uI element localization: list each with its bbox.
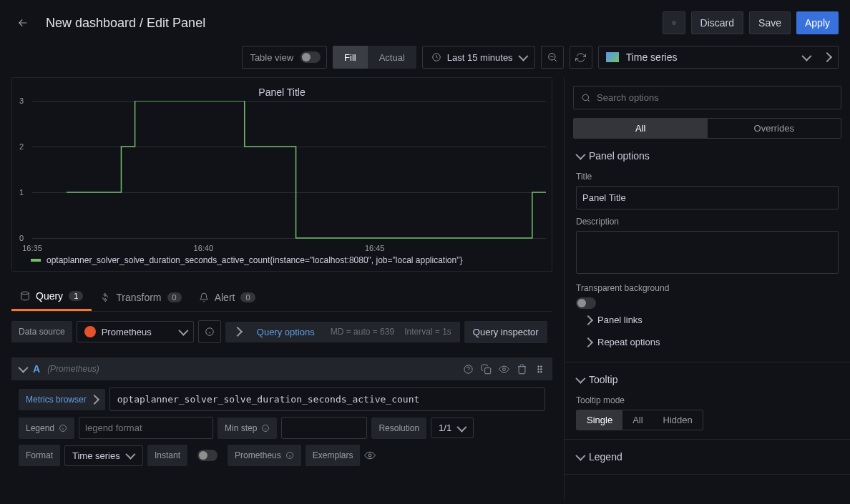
eye-icon[interactable] bbox=[364, 450, 376, 461]
datasource-help-button[interactable] bbox=[198, 320, 221, 343]
query-options-toggle[interactable]: Query options bbox=[251, 327, 321, 337]
database-icon bbox=[20, 291, 30, 301]
fill-actual-toggle: Fill Actual bbox=[333, 46, 416, 69]
tooltip-hidden[interactable]: Hidden bbox=[653, 410, 703, 430]
instant-toggle[interactable] bbox=[197, 450, 218, 461]
query-count-badge: 1 bbox=[69, 291, 83, 301]
back-button[interactable] bbox=[11, 11, 34, 34]
info-icon[interactable] bbox=[285, 451, 294, 460]
options-search[interactable] bbox=[573, 86, 841, 109]
chart-legend[interactable]: optaplanner_solver_solve_duration_second… bbox=[18, 255, 546, 265]
svg-point-18 bbox=[582, 94, 588, 100]
settings-button[interactable] bbox=[663, 11, 685, 34]
svg-point-5 bbox=[464, 365, 472, 372]
title-input[interactable] bbox=[576, 186, 839, 209]
tab-all[interactable]: All bbox=[574, 119, 708, 138]
copy-icon[interactable] bbox=[481, 364, 492, 375]
query-source: (Prometheus) bbox=[47, 364, 99, 374]
tooltip-all[interactable]: All bbox=[622, 410, 653, 430]
help-icon[interactable] bbox=[463, 364, 474, 375]
query-inspector-button[interactable]: Query inspector bbox=[464, 321, 547, 343]
chevron-down-icon bbox=[457, 422, 467, 432]
query-row-a: A (Prometheus) Metrics browser bbox=[11, 357, 552, 473]
legend-label: Legend bbox=[19, 417, 74, 439]
drag-handle-icon[interactable] bbox=[534, 364, 545, 375]
legend-color-icon bbox=[31, 259, 41, 262]
prometheus-icon bbox=[84, 326, 96, 337]
panel-links-toggle[interactable]: Panel links bbox=[576, 309, 839, 331]
chevron-right-icon bbox=[583, 337, 593, 347]
query-expression-input[interactable] bbox=[109, 387, 545, 411]
format-label: Format bbox=[19, 445, 60, 466]
chevron-down-icon bbox=[518, 51, 528, 61]
search-icon bbox=[581, 93, 591, 103]
datasource-label: Data source bbox=[11, 321, 72, 342]
datasource-select[interactable]: Prometheus bbox=[77, 321, 194, 342]
svg-rect-6 bbox=[485, 367, 491, 373]
chevron-down-icon bbox=[801, 51, 811, 61]
gear-icon bbox=[672, 17, 676, 29]
trash-icon[interactable] bbox=[517, 364, 527, 375]
section-tooltip[interactable]: Tooltip bbox=[576, 371, 839, 388]
panel-preview: Panel Title 012316:3516:4016:45 optaplan… bbox=[11, 77, 552, 272]
md-hint: MD = auto = 639 bbox=[331, 327, 394, 337]
info-icon bbox=[205, 327, 215, 337]
chart[interactable]: 012316:3516:4016:45 bbox=[18, 101, 546, 251]
query-letter: A bbox=[33, 363, 40, 375]
tab-transform[interactable]: Transform 0 bbox=[92, 283, 190, 311]
tab-overrides[interactable]: Overrides bbox=[708, 119, 841, 138]
time-range-picker[interactable]: Last 15 minutes bbox=[422, 46, 535, 69]
table-view-toggle[interactable]: Table view bbox=[242, 46, 327, 69]
visualization-label: Time series bbox=[626, 51, 678, 63]
transparent-toggle[interactable] bbox=[576, 297, 596, 309]
zoom-out-button[interactable] bbox=[541, 46, 564, 69]
exemplars-label: Exemplars bbox=[306, 445, 361, 466]
section-legend[interactable]: Legend bbox=[576, 448, 839, 465]
tab-alert[interactable]: Alert 0 bbox=[190, 283, 264, 311]
minstep-input[interactable] bbox=[281, 417, 367, 439]
actual-tab[interactable]: Actual bbox=[368, 46, 416, 69]
refresh-button[interactable] bbox=[570, 46, 592, 69]
time-range-label: Last 15 minutes bbox=[447, 52, 513, 63]
minstep-label: Min step bbox=[218, 417, 277, 439]
instant-label: Instant bbox=[147, 445, 187, 466]
apply-button[interactable]: Apply bbox=[796, 11, 839, 34]
visualization-picker[interactable]: Time series bbox=[598, 46, 839, 69]
svg-point-8 bbox=[538, 365, 539, 367]
description-input[interactable] bbox=[576, 231, 839, 274]
eye-icon[interactable] bbox=[499, 364, 509, 375]
options-search-input[interactable] bbox=[597, 92, 834, 103]
svg-point-17 bbox=[368, 454, 371, 457]
resolution-label: Resolution bbox=[371, 417, 426, 439]
chevron-right-icon bbox=[822, 52, 832, 62]
tab-query[interactable]: Query 1 bbox=[11, 283, 92, 311]
chevron-down-icon bbox=[575, 374, 585, 384]
collapse-icon[interactable] bbox=[18, 363, 28, 373]
legend-input[interactable] bbox=[79, 417, 213, 439]
save-button[interactable]: Save bbox=[749, 11, 791, 34]
chevron-right-icon bbox=[89, 394, 99, 404]
svg-point-9 bbox=[540, 365, 542, 367]
fill-tab[interactable]: Fill bbox=[333, 46, 368, 69]
tooltip-single[interactable]: Single bbox=[577, 410, 622, 430]
repeat-options-toggle[interactable]: Repeat options bbox=[576, 331, 839, 353]
format-select[interactable]: Time series bbox=[64, 445, 143, 466]
resolution-select[interactable]: 1/1 bbox=[431, 417, 474, 438]
svg-point-3 bbox=[21, 292, 29, 295]
svg-point-0 bbox=[673, 22, 675, 24]
breadcrumb: New dashboard / Edit Panel bbox=[46, 16, 205, 31]
section-panel-options[interactable]: Panel options bbox=[576, 147, 839, 164]
discard-button[interactable]: Discard bbox=[691, 11, 743, 34]
svg-point-12 bbox=[538, 371, 539, 372]
prometheus-label: Prometheus bbox=[228, 445, 301, 466]
time-series-icon bbox=[606, 52, 619, 62]
bell-icon bbox=[199, 292, 209, 302]
description-label: Description bbox=[576, 217, 839, 227]
arrow-left-icon bbox=[16, 16, 29, 29]
title-label: Title bbox=[576, 172, 839, 182]
info-icon[interactable] bbox=[261, 424, 270, 433]
info-icon[interactable] bbox=[59, 424, 67, 433]
chevron-right-icon bbox=[583, 315, 593, 325]
metrics-browser-button[interactable]: Metrics browser bbox=[19, 389, 105, 410]
tooltip-mode-label: Tooltip mode bbox=[576, 395, 839, 405]
